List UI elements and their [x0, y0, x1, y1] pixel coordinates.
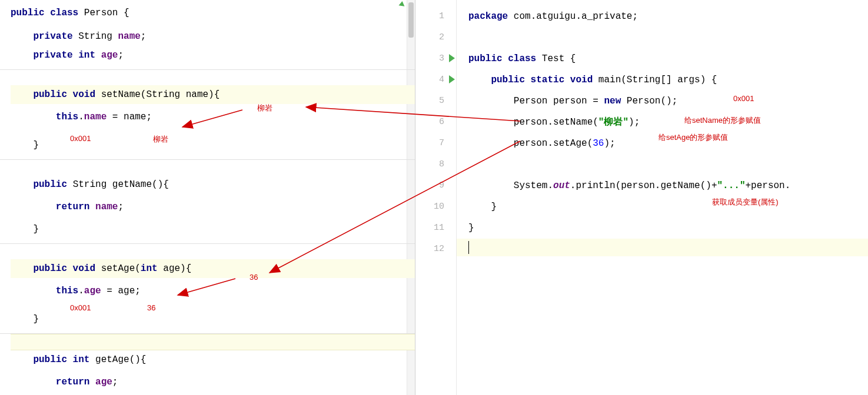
code-line: public String getName(){ — [11, 175, 415, 194]
code-line: person.setName("柳岩"); — [457, 112, 868, 133]
code-line: } — [11, 220, 415, 239]
annotation-age-value: 36 — [147, 303, 155, 312]
code-line: Person person = new Person(); — [457, 91, 868, 112]
code-line — [457, 154, 868, 175]
line-number[interactable]: 8 — [415, 154, 456, 175]
code-line: return age; — [11, 373, 415, 391]
line-number[interactable]: 10 — [415, 196, 456, 217]
line-number[interactable]: 4 — [415, 69, 456, 91]
code-line — [457, 27, 868, 48]
run-icon[interactable] — [449, 75, 455, 83]
code-line: private int age; — [11, 46, 415, 65]
line-number[interactable]: 9 — [415, 175, 456, 196]
left-code-area[interactable]: public class Person { private String nam… — [0, 0, 415, 395]
annotation-param-name: 柳岩 — [257, 103, 272, 113]
run-icon[interactable] — [449, 54, 455, 62]
line-number[interactable]: 3 — [415, 48, 456, 69]
annotation-this-addr-2: 0x001 — [70, 303, 91, 312]
annotation-setname-cn: 给setName的形参赋值 — [684, 115, 761, 126]
code-line: } — [11, 310, 415, 329]
line-number[interactable]: 12 — [415, 239, 456, 260]
code-line: this.name = name; — [11, 108, 415, 126]
code-line: public int getAge(){ — [11, 350, 415, 369]
right-code-area[interactable]: package com.atguigu.a_private; public cl… — [457, 0, 868, 395]
line-number[interactable]: 6 — [415, 112, 456, 133]
line-number[interactable]: 1 — [415, 6, 456, 27]
annotation-param-age: 36 — [250, 273, 258, 282]
line-number[interactable]: 2 — [415, 27, 456, 48]
annotation-this-addr: 0x001 — [70, 134, 91, 143]
annotation-new-addr: 0x001 — [733, 94, 754, 103]
line-number[interactable]: 11 — [415, 217, 456, 239]
code-line: public void setAge(int age){ — [11, 259, 415, 278]
line-number[interactable]: 5 — [415, 91, 456, 112]
code-line: public class Test { — [457, 48, 868, 69]
code-line: package com.atguigu.a_private; — [457, 6, 868, 27]
code-line: private String name; — [11, 27, 415, 46]
annotation-getter-cn: 获取成员变量(属性) — [712, 197, 779, 207]
code-line: public void setName(String name){ — [11, 85, 415, 104]
line-number[interactable]: 7 — [415, 133, 456, 154]
code-line: this.age = age; — [11, 282, 415, 300]
code-line: } — [457, 217, 868, 239]
annotation-name-value: 柳岩 — [153, 134, 168, 145]
annotation-setage-cn: 给setAge的形参赋值 — [659, 132, 728, 143]
code-line: System.out.println(person.getName()+"...… — [457, 175, 868, 196]
code-line: } — [457, 196, 868, 217]
line-number-gutter[interactable]: 1 2 3 4 5 6 7 8 9 10 11 12 — [415, 0, 457, 395]
code-line — [457, 239, 868, 260]
left-editor-pane[interactable]: public class Person { private String nam… — [0, 0, 415, 395]
code-line: return name; — [11, 198, 415, 216]
code-line: public static void main(String[] args) { — [457, 69, 868, 91]
code-line: public class Person { — [11, 4, 415, 22]
right-editor-pane[interactable]: 1 2 3 4 5 6 7 8 9 10 11 12 package com.a… — [415, 0, 868, 395]
